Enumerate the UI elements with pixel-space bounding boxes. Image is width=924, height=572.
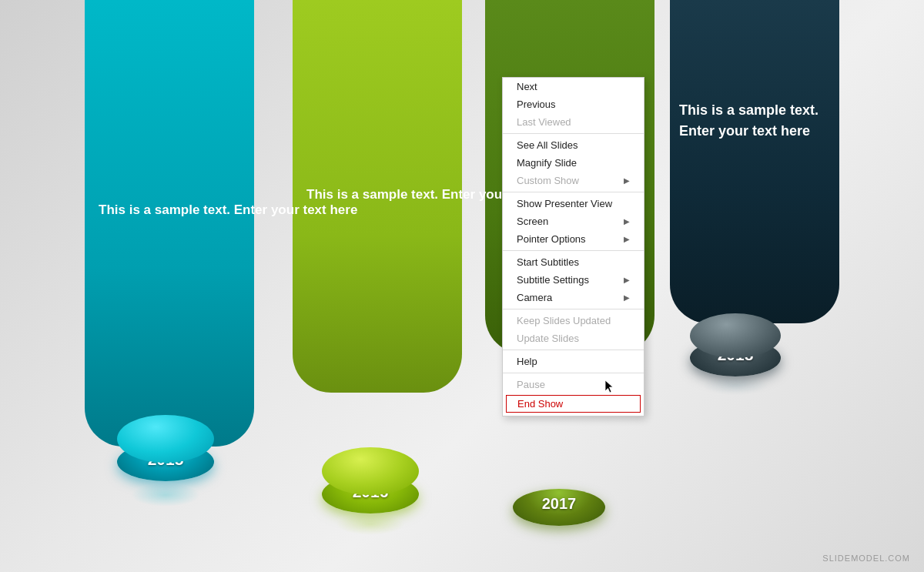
watermark: SLIDEMODEL.COM <box>822 554 910 563</box>
column-1 <box>85 0 254 447</box>
text-col-4: This is a sample text. Enter your text h… <box>679 100 825 142</box>
menu-item-magnify-slide[interactable]: Magnify Slide <box>503 154 644 172</box>
menu-item-custom-show: Custom Show ▶ <box>503 172 644 189</box>
puck-3-body: 2017 <box>513 489 605 526</box>
screen-arrow: ▶ <box>624 217 630 226</box>
puck-4-reflection <box>702 376 768 395</box>
menu-item-see-all-slides[interactable]: See All Slides <box>503 136 644 154</box>
menu-item-last-viewed: Last Viewed <box>503 113 644 131</box>
puck-2-reflection <box>336 513 405 535</box>
column-4 <box>670 0 839 323</box>
menu-item-keep-slides-updated: Keep Slides Updated <box>503 312 644 329</box>
menu-item-camera[interactable]: Camera ▶ <box>503 289 644 306</box>
puck-3-year: 2017 <box>513 495 605 513</box>
slide-area: This is a sample text. Enter your text h… <box>0 0 924 572</box>
separator-5 <box>503 350 644 350</box>
menu-item-pointer-options[interactable]: Pointer Options ▶ <box>503 230 644 248</box>
puck-2-top <box>322 447 419 495</box>
separator-6 <box>503 373 644 373</box>
menu-item-subtitle-settings[interactable]: Subtitle Settings ▶ <box>503 271 644 289</box>
menu-item-pause: Pause <box>503 376 644 393</box>
separator-2 <box>503 192 644 192</box>
menu-item-next[interactable]: Next <box>503 78 644 95</box>
puck-4-top <box>690 313 781 358</box>
menu-item-show-presenter-view[interactable]: Show Presenter View <box>503 195 644 212</box>
camera-arrow: ▶ <box>624 293 630 302</box>
context-menu: Next Previous Last Viewed See All Slides… <box>502 77 644 416</box>
menu-item-start-subtitles[interactable]: Start Subtitles <box>503 253 644 271</box>
menu-item-end-show[interactable]: End Show <box>506 395 641 413</box>
puck-1-top <box>117 415 214 463</box>
menu-item-help[interactable]: Help <box>503 353 644 370</box>
puck-1-reflection <box>131 483 200 507</box>
separator-3 <box>503 250 644 251</box>
menu-item-screen[interactable]: Screen ▶ <box>503 212 644 230</box>
pointer-options-arrow: ▶ <box>624 235 630 243</box>
menu-item-previous[interactable]: Previous <box>503 95 644 113</box>
separator-4 <box>503 309 644 309</box>
separator-1 <box>503 133 644 134</box>
menu-item-update-slides: Update Slides <box>503 329 644 347</box>
custom-show-arrow: ▶ <box>624 176 630 185</box>
subtitle-settings-arrow: ▶ <box>624 276 630 284</box>
